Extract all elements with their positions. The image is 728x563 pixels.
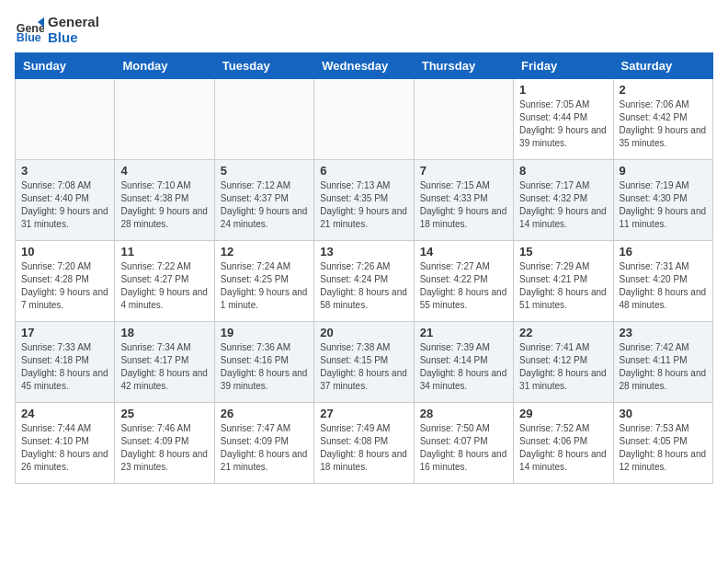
- calendar-cell: 6Sunrise: 7:13 AM Sunset: 4:35 PM Daylig…: [314, 160, 414, 241]
- calendar-table: SundayMondayTuesdayWednesdayThursdayFrid…: [15, 52, 713, 484]
- day-number: 4: [120, 164, 208, 178]
- day-number: 3: [21, 164, 108, 178]
- page-header: General Blue General Blue: [15, 15, 713, 45]
- day-number: 1: [519, 83, 607, 97]
- col-header-saturday: Saturday: [613, 53, 712, 79]
- day-number: 8: [519, 164, 607, 178]
- calendar-cell: 5Sunrise: 7:12 AM Sunset: 4:37 PM Daylig…: [214, 160, 313, 241]
- cell-info: Sunrise: 7:26 AM Sunset: 4:24 PM Dayligh…: [320, 260, 407, 312]
- cell-info: Sunrise: 7:31 AM Sunset: 4:20 PM Dayligh…: [620, 260, 707, 312]
- calendar-cell: 2Sunrise: 7:06 AM Sunset: 4:42 PM Daylig…: [613, 79, 712, 160]
- day-number: 16: [620, 245, 707, 259]
- calendar-cell: 29Sunrise: 7:52 AM Sunset: 4:06 PM Dayli…: [514, 403, 613, 484]
- calendar-cell: 1Sunrise: 7:05 AM Sunset: 4:44 PM Daylig…: [514, 79, 613, 160]
- week-row-3: 10Sunrise: 7:20 AM Sunset: 4:28 PM Dayli…: [16, 241, 713, 322]
- cell-info: Sunrise: 7:24 AM Sunset: 4:25 PM Dayligh…: [221, 260, 308, 312]
- calendar-cell: 25Sunrise: 7:46 AM Sunset: 4:09 PM Dayli…: [115, 403, 214, 484]
- cell-info: Sunrise: 7:27 AM Sunset: 4:22 PM Dayligh…: [420, 260, 507, 312]
- calendar-cell: 12Sunrise: 7:24 AM Sunset: 4:25 PM Dayli…: [214, 241, 313, 322]
- day-number: 17: [21, 326, 108, 339]
- day-number: 30: [620, 407, 707, 420]
- svg-text:Blue: Blue: [17, 31, 41, 44]
- calendar-cell: 23Sunrise: 7:42 AM Sunset: 4:11 PM Dayli…: [613, 322, 712, 403]
- day-number: 15: [519, 245, 607, 259]
- day-number: 2: [620, 83, 707, 97]
- calendar-cell: [414, 79, 513, 160]
- day-number: 7: [420, 164, 507, 178]
- calendar-cell: [16, 79, 115, 160]
- cell-info: Sunrise: 7:41 AM Sunset: 4:12 PM Dayligh…: [519, 341, 607, 393]
- cell-info: Sunrise: 7:44 AM Sunset: 4:10 PM Dayligh…: [21, 422, 108, 474]
- cell-info: Sunrise: 7:29 AM Sunset: 4:21 PM Dayligh…: [519, 260, 607, 312]
- cell-info: Sunrise: 7:38 AM Sunset: 4:15 PM Dayligh…: [320, 341, 407, 393]
- logo-blue: Blue: [48, 30, 99, 46]
- calendar-cell: 30Sunrise: 7:53 AM Sunset: 4:05 PM Dayli…: [613, 403, 712, 484]
- cell-info: Sunrise: 7:06 AM Sunset: 4:42 PM Dayligh…: [620, 98, 707, 150]
- cell-info: Sunrise: 7:53 AM Sunset: 4:05 PM Dayligh…: [620, 422, 707, 474]
- cell-info: Sunrise: 7:52 AM Sunset: 4:06 PM Dayligh…: [519, 422, 607, 474]
- cell-info: Sunrise: 7:10 AM Sunset: 4:38 PM Dayligh…: [120, 179, 208, 231]
- calendar-cell: [214, 79, 313, 160]
- day-number: 20: [320, 326, 407, 339]
- calendar-cell: 17Sunrise: 7:33 AM Sunset: 4:18 PM Dayli…: [16, 322, 115, 403]
- logo-icon: General Blue: [15, 16, 44, 45]
- calendar-cell: 14Sunrise: 7:27 AM Sunset: 4:22 PM Dayli…: [414, 241, 513, 322]
- calendar-cell: [314, 79, 414, 160]
- day-number: 23: [620, 326, 707, 339]
- cell-info: Sunrise: 7:19 AM Sunset: 4:30 PM Dayligh…: [620, 179, 707, 231]
- col-header-wednesday: Wednesday: [314, 53, 414, 79]
- calendar-cell: 22Sunrise: 7:41 AM Sunset: 4:12 PM Dayli…: [514, 322, 613, 403]
- cell-info: Sunrise: 7:39 AM Sunset: 4:14 PM Dayligh…: [420, 341, 507, 393]
- week-row-2: 3Sunrise: 7:08 AM Sunset: 4:40 PM Daylig…: [16, 160, 713, 241]
- logo: General Blue General Blue: [15, 15, 99, 45]
- cell-info: Sunrise: 7:49 AM Sunset: 4:08 PM Dayligh…: [320, 422, 407, 474]
- col-header-sunday: Sunday: [16, 53, 115, 79]
- day-number: 6: [320, 164, 407, 178]
- calendar-cell: 18Sunrise: 7:34 AM Sunset: 4:17 PM Dayli…: [115, 322, 214, 403]
- calendar-cell: 7Sunrise: 7:15 AM Sunset: 4:33 PM Daylig…: [414, 160, 513, 241]
- cell-info: Sunrise: 7:05 AM Sunset: 4:44 PM Dayligh…: [519, 98, 607, 150]
- calendar-cell: 19Sunrise: 7:36 AM Sunset: 4:16 PM Dayli…: [214, 322, 313, 403]
- calendar-cell: 28Sunrise: 7:50 AM Sunset: 4:07 PM Dayli…: [414, 403, 513, 484]
- calendar-cell: 13Sunrise: 7:26 AM Sunset: 4:24 PM Dayli…: [314, 241, 414, 322]
- cell-info: Sunrise: 7:17 AM Sunset: 4:32 PM Dayligh…: [519, 179, 607, 231]
- calendar-cell: 24Sunrise: 7:44 AM Sunset: 4:10 PM Dayli…: [16, 403, 115, 484]
- week-row-5: 24Sunrise: 7:44 AM Sunset: 4:10 PM Dayli…: [16, 403, 713, 484]
- col-header-monday: Monday: [115, 53, 214, 79]
- calendar-cell: 21Sunrise: 7:39 AM Sunset: 4:14 PM Dayli…: [414, 322, 513, 403]
- cell-info: Sunrise: 7:12 AM Sunset: 4:37 PM Dayligh…: [221, 179, 308, 231]
- day-number: 5: [221, 164, 308, 178]
- calendar-header-row: SundayMondayTuesdayWednesdayThursdayFrid…: [16, 53, 713, 79]
- col-header-friday: Friday: [514, 53, 613, 79]
- day-number: 24: [21, 407, 108, 420]
- day-number: 13: [320, 245, 407, 259]
- cell-info: Sunrise: 7:20 AM Sunset: 4:28 PM Dayligh…: [21, 260, 108, 312]
- week-row-4: 17Sunrise: 7:33 AM Sunset: 4:18 PM Dayli…: [16, 322, 713, 403]
- day-number: 11: [120, 245, 208, 259]
- calendar-cell: 8Sunrise: 7:17 AM Sunset: 4:32 PM Daylig…: [514, 160, 613, 241]
- day-number: 9: [620, 164, 707, 178]
- calendar-body: 1Sunrise: 7:05 AM Sunset: 4:44 PM Daylig…: [16, 79, 713, 484]
- cell-info: Sunrise: 7:47 AM Sunset: 4:09 PM Dayligh…: [221, 422, 308, 474]
- cell-info: Sunrise: 7:46 AM Sunset: 4:09 PM Dayligh…: [120, 422, 208, 474]
- cell-info: Sunrise: 7:13 AM Sunset: 4:35 PM Dayligh…: [320, 179, 407, 231]
- calendar-cell: 11Sunrise: 7:22 AM Sunset: 4:27 PM Dayli…: [115, 241, 214, 322]
- calendar-cell: 3Sunrise: 7:08 AM Sunset: 4:40 PM Daylig…: [16, 160, 115, 241]
- calendar-cell: [115, 79, 214, 160]
- col-header-tuesday: Tuesday: [214, 53, 313, 79]
- day-number: 19: [221, 326, 308, 339]
- day-number: 12: [221, 245, 308, 259]
- day-number: 14: [420, 245, 507, 259]
- week-row-1: 1Sunrise: 7:05 AM Sunset: 4:44 PM Daylig…: [16, 79, 713, 160]
- col-header-thursday: Thursday: [414, 53, 513, 79]
- logo-general: General: [48, 15, 99, 30]
- day-number: 10: [21, 245, 108, 259]
- cell-info: Sunrise: 7:15 AM Sunset: 4:33 PM Dayligh…: [420, 179, 507, 231]
- cell-info: Sunrise: 7:42 AM Sunset: 4:11 PM Dayligh…: [620, 341, 707, 393]
- day-number: 29: [519, 407, 607, 420]
- day-number: 27: [320, 407, 407, 420]
- calendar-cell: 10Sunrise: 7:20 AM Sunset: 4:28 PM Dayli…: [16, 241, 115, 322]
- calendar-cell: 27Sunrise: 7:49 AM Sunset: 4:08 PM Dayli…: [314, 403, 414, 484]
- calendar-cell: 9Sunrise: 7:19 AM Sunset: 4:30 PM Daylig…: [613, 160, 712, 241]
- cell-info: Sunrise: 7:36 AM Sunset: 4:16 PM Dayligh…: [221, 341, 308, 393]
